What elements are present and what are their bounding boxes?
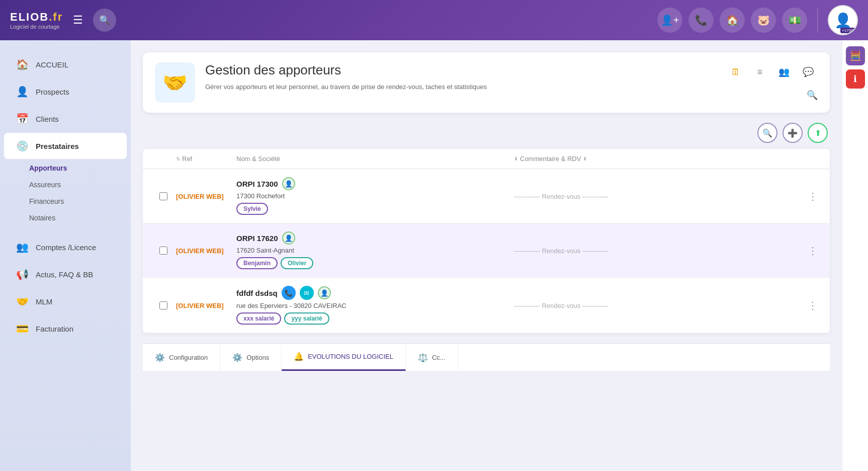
add-user-button[interactable]: 👤+ <box>657 8 682 33</box>
sidebar-sub-financeurs[interactable]: Financeurs <box>4 193 127 209</box>
phone-button[interactable]: 📞 <box>688 8 714 33</box>
more-button-3[interactable]: ⋮ <box>804 297 822 313</box>
piggy-button[interactable]: 🐷 <box>751 8 776 33</box>
brand-name: ELIOB.fr <box>10 11 63 24</box>
sidebar: 🏠 ACCUEIL 👤 Prospects 📅 Clients 💿 Presta… <box>0 40 131 471</box>
person-icon-3[interactable]: 👤 <box>318 286 331 299</box>
tag-yyy-salarie[interactable]: yyy salarié <box>284 312 329 325</box>
brand-dot: .fr <box>49 11 63 23</box>
row-name-col-3: fdfdf dsdsq 📞 ✉ 👤 rue des Eperviers - 30… <box>236 286 514 325</box>
right-sidebar: 🧮 ℹ <box>842 40 868 471</box>
page-description: Gérer vos apporteurs et leur personnel, … <box>205 82 487 92</box>
sidebar-item-prospects[interactable]: 👤 Prospects <box>4 78 127 105</box>
sidebar-item-label: Prospects <box>36 88 69 96</box>
tag-benjamin[interactable]: Benjamin <box>236 257 278 269</box>
info-button[interactable]: ℹ <box>846 69 865 89</box>
row-ref-2[interactable]: [OLIVIER WEB] <box>176 246 236 255</box>
sidebar-item-actus[interactable]: 📢 Actus, FAQ & BB <box>4 261 127 287</box>
home-button[interactable]: 🏠 <box>720 8 745 33</box>
clients-icon: 📅 <box>16 113 29 125</box>
home-icon: 🏠 <box>16 58 29 70</box>
row-checkbox-2[interactable] <box>151 247 176 255</box>
sort-ref-icon[interactable]: ⇅ <box>176 156 180 162</box>
row-address-1: 17300 Rochefort <box>236 192 504 200</box>
col-header-comment: ⬇ Commentaire & RDV ⬇ <box>514 155 792 163</box>
checkbox-3[interactable] <box>159 301 167 309</box>
tag-xxx-salarie[interactable]: xxx salarié <box>236 312 281 325</box>
layout: 🏠 ACCUEIL 👤 Prospects 📅 Clients 💿 Presta… <box>0 40 868 471</box>
sidebar-item-facturation[interactable]: 💳 Facturation <box>4 316 127 342</box>
search-toolbar-button[interactable]: 🔍 <box>757 123 777 143</box>
tab-configuration[interactable]: ⚙️ Configuration <box>143 345 220 370</box>
tab-evolutions[interactable]: 🔔 EVOLUTIONS DU LOGICIEL <box>282 344 406 371</box>
prestataires-icon: 💿 <box>16 140 29 152</box>
list-action-icon[interactable]: ≡ <box>750 62 769 82</box>
tab-options[interactable]: ⚙️ Options <box>220 345 282 370</box>
sidebar-item-clients[interactable]: 📅 Clients <box>4 106 127 132</box>
navbar: ELIOB.fr Logiciel de courtage ☰ 🔍 👤+ 📞 🏠… <box>0 0 868 40</box>
menu-button[interactable]: ☰ <box>73 14 83 27</box>
row-ref-1[interactable]: [OLIVIER WEB] <box>176 192 236 201</box>
row-name-col-1: ORPI 17300 👤 17300 Rochefort Sylvie <box>236 177 514 215</box>
tag-olivier[interactable]: Olivier <box>281 257 313 269</box>
page-title: Gestion des apporteurs <box>205 62 487 78</box>
row-comment-1: ------------ Rendez-vous ------------ <box>514 192 792 201</box>
navbar-search-button[interactable]: 🔍 <box>93 9 116 32</box>
checkbox-1[interactable] <box>159 192 167 200</box>
more-button-1[interactable]: ⋮ <box>804 188 822 204</box>
export-toolbar-button[interactable]: ⬆ <box>808 123 828 143</box>
sidebar-item-comptes[interactable]: 👥 Comptes /Licence <box>4 234 127 260</box>
sidebar-sub-notaires[interactable]: Notaires <box>4 210 127 226</box>
sidebar-item-label: Facturation <box>36 325 73 333</box>
page-header: 🤝 Gestion des apporteurs Gérer vos appor… <box>143 52 830 113</box>
team-action-icon[interactable]: 👥 <box>774 62 794 82</box>
person-icon-2[interactable]: 👤 <box>282 231 295 245</box>
sidebar-item-mlm[interactable]: 🤝 MLM <box>4 288 127 315</box>
checkbox-2[interactable] <box>159 247 167 255</box>
more-button-2[interactable]: ⋮ <box>804 243 822 259</box>
col-header-check <box>151 155 176 163</box>
tab-label: Configuration <box>169 354 208 361</box>
phone-contact-button[interactable]: 📞 <box>282 286 296 300</box>
navbar-right: 👤+ 📞 🏠 🐷 💵 👤 +17000 <box>657 5 858 35</box>
row-tags-1: Sylvie <box>236 203 504 215</box>
tab-cc[interactable]: ⚖️ Cc... <box>406 345 458 370</box>
sort-comment-icon[interactable]: ⬇ <box>514 156 518 162</box>
row-name-col-2: ORPI 17620 👤 17620 Saint-Agnant Benjamin… <box>236 231 514 269</box>
tag-sylvie[interactable]: Sylvie <box>236 203 268 215</box>
options-tab-icon: ⚙️ <box>232 353 242 362</box>
calc-button[interactable]: 🧮 <box>846 46 865 65</box>
money-button[interactable]: 💵 <box>782 8 807 33</box>
row-checkbox-1[interactable] <box>151 192 176 200</box>
row-address-3: rue des Eperviers - 30820 CAVEIRAC <box>236 302 504 309</box>
sidebar-item-label: Clients <box>36 115 59 123</box>
row-more-2: ⋮ <box>792 243 822 259</box>
row-tags-2: Benjamin Olivier <box>236 257 504 269</box>
comptes-icon: 👥 <box>16 241 29 253</box>
mlm-icon: 🤝 <box>16 295 29 307</box>
person-icon-1[interactable]: 👤 <box>282 177 295 190</box>
table-row: [OLIVIER WEB] ORPI 17620 👤 17620 Saint-A… <box>143 223 830 278</box>
calendar-action-icon[interactable]: 🗓 <box>726 62 745 82</box>
brand: ELIOB.fr Logiciel de courtage <box>10 11 63 30</box>
row-ref-3[interactable]: [OLIVIER WEB] <box>176 301 236 310</box>
facturation-icon: 💳 <box>16 323 29 335</box>
avatar[interactable]: 👤 +17000 <box>828 5 858 35</box>
page-header-text: Gestion des apporteurs Gérer vos apporte… <box>205 62 487 92</box>
sidebar-sub-assureurs[interactable]: Assureurs <box>4 177 127 193</box>
sidebar-item-prestataires[interactable]: 💿 Prestataires <box>4 133 127 159</box>
sidebar-sub-apporteurs[interactable]: Apporteurs <box>4 160 127 176</box>
prospect-icon: 👤 <box>16 86 29 98</box>
row-checkbox-3[interactable] <box>151 301 176 309</box>
add-toolbar-button[interactable]: ➕ <box>783 123 803 143</box>
main-content: 🤝 Gestion des apporteurs Gérer vos appor… <box>131 40 842 471</box>
bottom-tabs: ⚙️ Configuration ⚙️ Options 🔔 EVOLUTIONS… <box>143 343 830 371</box>
sidebar-item-label: Actus, FAQ & BB <box>36 270 93 279</box>
email-contact-button[interactable]: ✉ <box>300 286 314 300</box>
search-action-icon[interactable]: 🔍 <box>803 86 822 105</box>
sidebar-item-label: Comptes /Licence <box>36 243 96 252</box>
data-table: ⇅ Ref Nom & Société ⬇ Commentaire & RDV … <box>143 149 830 333</box>
sidebar-item-accueil[interactable]: 🏠 ACCUEIL <box>4 51 127 77</box>
row-address-2: 17620 Saint-Agnant <box>236 247 504 254</box>
chat-action-icon[interactable]: 💬 <box>799 62 818 82</box>
